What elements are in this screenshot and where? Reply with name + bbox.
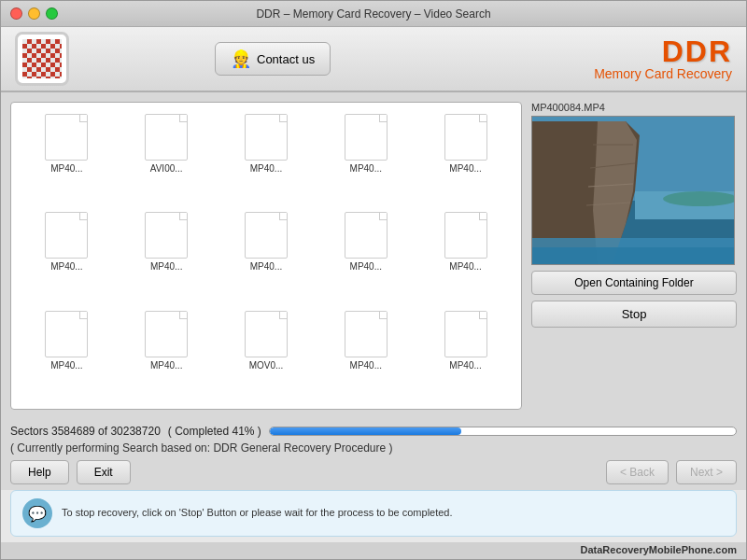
maximize-button[interactable] — [46, 7, 58, 20]
svg-point-11 — [663, 191, 735, 206]
progress-row: Sectors 3584689 of 30238720 ( Completed … — [10, 425, 737, 438]
video-controls: 🔊 ⏸ ⏮ ⏭ — [532, 264, 734, 265]
file-name: MOV0... — [249, 360, 284, 371]
contact-label: Contact us — [257, 52, 315, 66]
file-name: MP40... — [250, 261, 282, 272]
window-title: DDR – Memory Card Recovery – Video Searc… — [256, 7, 490, 21]
progress-bar-fill — [270, 427, 461, 435]
main-window: DDR – Memory Card Recovery – Video Searc… — [0, 0, 747, 560]
checkerboard-icon — [22, 39, 62, 78]
header: 👷 Contact us DDR Memory Card Recovery — [1, 27, 746, 92]
file-name: MP40... — [250, 163, 282, 174]
list-item[interactable]: MP40... — [317, 208, 414, 302]
list-item[interactable]: MP40... — [218, 208, 315, 302]
file-name: MP40... — [449, 163, 481, 174]
bottom-area: Sectors 3584689 of 30238720 ( Completed … — [1, 419, 746, 490]
contact-person-icon: 👷 — [231, 49, 251, 69]
cliff-svg — [532, 117, 735, 265]
ddr-title: DDR — [594, 36, 732, 66]
list-item[interactable]: MP40... — [417, 208, 514, 302]
file-thumbnail — [345, 311, 388, 357]
back-button[interactable]: < Back — [606, 460, 669, 484]
watermark-text: DataRecoveryMobilePhone.com — [581, 544, 738, 555]
sectors-label: Sectors 3584689 of 30238720 — [10, 425, 161, 438]
list-item[interactable]: MP40... — [417, 110, 514, 204]
progress-bar-container — [269, 427, 737, 436]
list-item[interactable]: MP40... — [19, 110, 115, 204]
preview-filename: MP400084.MP4 — [531, 102, 737, 113]
app-logo — [15, 32, 69, 86]
file-thumbnail — [444, 311, 487, 357]
file-name: AVI00... — [150, 163, 183, 174]
file-thumbnail — [245, 114, 288, 161]
file-thumbnail — [145, 311, 188, 357]
video-thumbnail — [532, 117, 734, 264]
list-item[interactable]: MP40... — [218, 110, 315, 204]
list-item[interactable]: MP40... — [19, 208, 115, 302]
file-name: MP40... — [50, 360, 82, 371]
file-panel: MP40... AVI00... MP40... MP40... MP40... — [10, 102, 522, 410]
list-item[interactable]: MP40... — [19, 307, 115, 401]
file-thumbnail — [245, 311, 288, 357]
svg-rect-9 — [532, 247, 735, 265]
watermark: DataRecoveryMobilePhone.com — [1, 542, 746, 559]
list-item[interactable]: MOV0... — [218, 307, 315, 401]
file-thumbnail — [245, 212, 288, 259]
file-thumbnail — [444, 114, 487, 161]
file-thumbnail — [345, 212, 388, 259]
search-info: ( Currently performing Search based on: … — [10, 441, 737, 455]
minimize-button[interactable] — [28, 7, 40, 20]
close-button[interactable] — [10, 7, 22, 20]
file-thumbnail — [145, 114, 188, 161]
action-row: Help Exit < Back Next > — [10, 460, 737, 484]
ddr-logo: DDR Memory Card Recovery — [594, 36, 732, 81]
info-text: To stop recovery, click on 'Stop' Button… — [62, 506, 453, 520]
file-name: MP40... — [449, 261, 481, 272]
file-name: MP40... — [350, 360, 382, 371]
file-name: MP40... — [150, 360, 182, 371]
file-thumbnail — [345, 114, 388, 161]
file-name: MP40... — [350, 261, 382, 272]
ddr-subtitle: Memory Card Recovery — [594, 66, 732, 81]
help-button[interactable]: Help — [10, 460, 69, 484]
list-item[interactable]: MP40... — [119, 307, 215, 401]
file-name: MP40... — [150, 261, 182, 272]
contact-button[interactable]: 👷 Contact us — [215, 42, 331, 76]
stop-button[interactable]: Stop — [531, 301, 737, 328]
info-icon: 💬 — [22, 498, 52, 528]
file-thumbnail — [45, 114, 88, 161]
preview-section: MP400084.MP4 — [531, 102, 737, 265]
file-thumbnail — [45, 212, 88, 259]
right-panel: MP400084.MP4 — [531, 102, 737, 410]
file-name: MP40... — [350, 163, 382, 174]
list-item[interactable]: MP40... — [119, 208, 215, 302]
main-content: MP40... AVI00... MP40... MP40... MP40... — [1, 92, 746, 419]
file-thumbnail — [145, 212, 188, 259]
open-containing-folder-button[interactable]: Open Containing Folder — [531, 271, 737, 295]
file-name: MP40... — [50, 163, 82, 174]
video-preview: 🔊 ⏸ ⏮ ⏭ — [531, 116, 735, 265]
file-name: MP40... — [449, 360, 481, 371]
file-thumbnail — [444, 212, 487, 259]
exit-button[interactable]: Exit — [77, 460, 131, 484]
list-item[interactable]: AVI00... — [119, 110, 215, 204]
file-grid: MP40... AVI00... MP40... MP40... MP40... — [11, 103, 521, 409]
next-button[interactable]: Next > — [676, 460, 737, 484]
list-item[interactable]: MP40... — [317, 307, 414, 401]
list-item[interactable]: MP40... — [417, 307, 514, 401]
window-controls — [10, 7, 58, 20]
completed-label: ( Completed 41% ) — [168, 425, 261, 438]
title-bar: DDR – Memory Card Recovery – Video Searc… — [1, 1, 746, 27]
list-item[interactable]: MP40... — [317, 110, 414, 204]
info-banner: 💬 To stop recovery, click on 'Stop' Butt… — [10, 490, 737, 537]
file-name: MP40... — [50, 261, 82, 272]
file-thumbnail — [45, 311, 88, 357]
